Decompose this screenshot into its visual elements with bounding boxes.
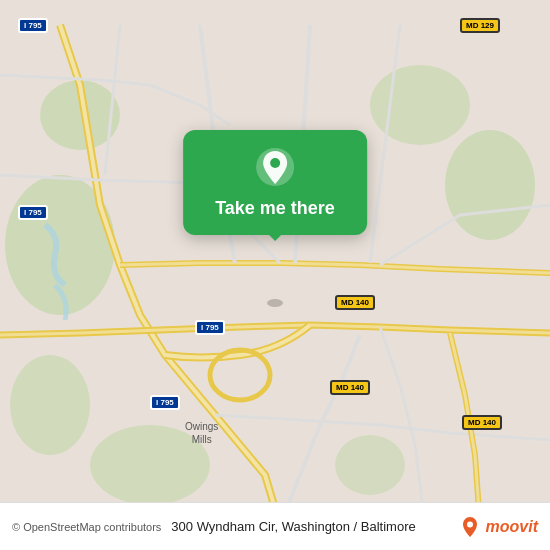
highway-badge-md140-right: MD 140 xyxy=(462,415,502,430)
address-text: 300 Wyndham Cir, Washington / Baltimore xyxy=(171,519,415,534)
highway-badge-i795-bottom: I 795 xyxy=(150,395,180,410)
svg-point-9 xyxy=(267,299,283,307)
attribution-text: © OpenStreetMap contributors xyxy=(12,521,161,533)
highway-badge-md129: MD 129 xyxy=(460,18,500,33)
highway-badge-i795-bottom-mid: I 795 xyxy=(195,320,225,335)
svg-point-6 xyxy=(10,355,90,455)
location-popup[interactable]: Take me there xyxy=(183,130,367,235)
bottom-bar: © OpenStreetMap contributors 300 Wyndham… xyxy=(0,502,550,550)
pin-icon xyxy=(254,148,296,190)
map-label-owings-mills: OwingsMills xyxy=(185,420,218,446)
bottom-bar-left: © OpenStreetMap contributors 300 Wyndham… xyxy=(12,519,416,534)
svg-point-2 xyxy=(445,130,535,240)
svg-point-12 xyxy=(467,521,473,527)
cta-text: Take me there xyxy=(215,198,335,219)
map-container: I 795 MD 129 I 795 I 795 MD 140 I 795 MD… xyxy=(0,0,550,550)
moovit-pin-icon xyxy=(458,515,482,539)
highway-badge-i795-top-left: I 795 xyxy=(18,18,48,33)
highway-badge-md140-bottom: MD 140 xyxy=(330,380,370,395)
moovit-brand-text: moovit xyxy=(486,518,538,536)
highway-badge-i795-mid-left: I 795 xyxy=(18,205,48,220)
svg-point-7 xyxy=(335,435,405,495)
highway-badge-md140-mid: MD 140 xyxy=(335,295,375,310)
map-background xyxy=(0,0,550,550)
moovit-logo: moovit xyxy=(458,515,538,539)
svg-point-11 xyxy=(270,158,280,168)
